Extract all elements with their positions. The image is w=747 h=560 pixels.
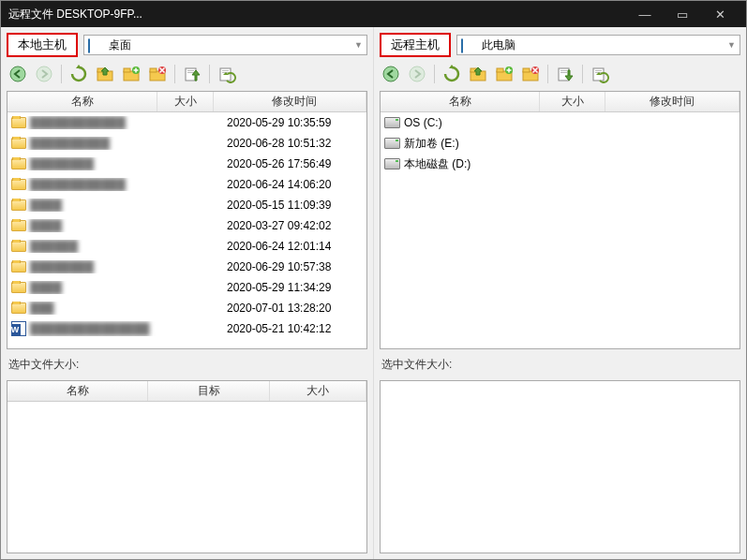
separator: [547, 65, 548, 83]
local-transfer-list[interactable]: 名称 目标 大小: [7, 380, 367, 553]
upload-button[interactable]: [181, 63, 203, 85]
file-name: ██████: [30, 240, 78, 253]
local-column-headers[interactable]: 名称 大小 修改时间: [7, 92, 366, 112]
drive-row[interactable]: OS (C:): [381, 112, 740, 133]
file-row[interactable]: ████████████2020-06-24 14:06:20: [7, 174, 366, 195]
up-folder-button[interactable]: [94, 63, 116, 85]
refresh-button[interactable]: [67, 63, 90, 85]
word-doc-icon: [11, 321, 26, 336]
svg-point-0: [10, 66, 25, 81]
file-row[interactable]: ████████████2020-05-29 10:35:59: [7, 112, 366, 133]
col-date[interactable]: 修改时间: [605, 92, 740, 111]
col-size[interactable]: 大小: [157, 92, 214, 111]
file-date: 2020-06-24 14:06:20: [217, 178, 366, 191]
window-title: 远程文件 DESKTOP-9FP...: [8, 7, 626, 22]
local-file-list[interactable]: 名称 大小 修改时间 ████████████2020-05-29 10:35:…: [7, 91, 367, 349]
download-button[interactable]: [554, 63, 576, 85]
file-row[interactable]: ████2020-05-29 11:34:29: [7, 277, 366, 298]
folder-icon: [11, 261, 26, 273]
folder-icon: [11, 117, 26, 128]
svg-rect-5: [124, 68, 130, 72]
maximize-button[interactable]: ▭: [664, 1, 701, 27]
col-date[interactable]: 修改时间: [214, 92, 366, 111]
drive-name: OS (C:): [404, 116, 442, 129]
file-row[interactable]: ██████2020-06-24 12:01:14: [7, 236, 366, 257]
local-transfer-headers[interactable]: 名称 目标 大小: [7, 381, 366, 402]
remote-rows[interactable]: OS (C:)新加卷 (E:)本地磁盘 (D:): [381, 112, 740, 348]
col-name[interactable]: 名称: [7, 92, 157, 111]
file-name: ███████████████: [30, 322, 150, 335]
remote-path-selector[interactable]: 此电脑 ▼: [456, 35, 740, 55]
drive-row[interactable]: 本地磁盘 (D:): [381, 154, 740, 174]
local-path-selector[interactable]: 桌面 ▼: [83, 35, 367, 55]
folder-icon: [11, 302, 26, 314]
svg-rect-21: [497, 68, 503, 72]
minimize-button[interactable]: —: [626, 1, 664, 27]
file-name: ████████: [30, 260, 94, 273]
folder-icon: [11, 138, 26, 149]
close-button[interactable]: ✕: [701, 1, 739, 27]
col-name[interactable]: 名称: [381, 92, 540, 111]
new-folder-button[interactable]: [120, 63, 142, 85]
drive-icon: [384, 117, 400, 128]
svg-rect-14: [222, 70, 229, 71]
svg-rect-27: [560, 70, 567, 71]
tcol-name[interactable]: 名称: [7, 381, 148, 401]
tcol-size[interactable]: 大小: [270, 381, 366, 401]
folder-icon: [11, 179, 26, 190]
remote-column-headers[interactable]: 名称 大小 修改时间: [381, 92, 740, 112]
local-rows[interactable]: ████████████2020-05-29 10:35:59█████████…: [7, 112, 366, 348]
file-row[interactable]: ████████2020-05-26 17:56:49: [7, 154, 366, 174]
forward-button[interactable]: [406, 63, 428, 85]
svg-rect-30: [595, 70, 602, 71]
local-transfer-rows: [7, 402, 366, 553]
tcol-target[interactable]: 目标: [148, 381, 270, 401]
delete-button[interactable]: [146, 63, 169, 85]
file-name: ████████: [30, 157, 94, 170]
up-folder-button[interactable]: [467, 63, 489, 85]
delete-button[interactable]: [519, 63, 542, 85]
back-button[interactable]: [380, 63, 402, 85]
remote-selected-size-label: 选中文件大小:: [380, 353, 740, 376]
remote-transfer-list[interactable]: [380, 380, 740, 553]
file-date: 2020-07-01 13:28:20: [217, 302, 366, 315]
new-folder-button[interactable]: [493, 63, 515, 85]
file-row[interactable]: ███████████████2020-05-21 10:42:12: [7, 318, 366, 339]
svg-rect-28: [560, 72, 567, 73]
file-date: 2020-06-24 12:01:14: [217, 240, 366, 253]
folder-icon: [11, 220, 26, 231]
folder-icon: [11, 282, 26, 293]
file-name: ███: [30, 302, 54, 315]
queue-button[interactable]: [589, 63, 611, 85]
separator: [209, 65, 210, 83]
forward-button[interactable]: [33, 63, 55, 85]
queue-button[interactable]: [216, 63, 238, 85]
file-date: 2020-05-29 11:34:29: [217, 281, 366, 294]
separator: [61, 65, 62, 83]
remote-file-list[interactable]: 名称 大小 修改时间 OS (C:)新加卷 (E:)本地磁盘 (D:): [380, 91, 740, 349]
local-host-label: 本地主机: [7, 33, 78, 57]
desktop-icon: [88, 39, 103, 52]
col-size[interactable]: 大小: [540, 92, 605, 111]
window: 远程文件 DESKTOP-9FP... — ▭ ✕ 本地主机 桌面 ▼: [0, 0, 747, 560]
local-selected-size-label: 选中文件大小:: [7, 353, 367, 376]
dropdown-icon: ▼: [727, 40, 736, 50]
remote-panel: 远程主机 此电脑 ▼: [373, 27, 746, 559]
file-row[interactable]: ███2020-07-01 13:28:20: [7, 298, 366, 318]
file-row[interactable]: ████████2020-06-29 10:57:38: [7, 257, 366, 277]
file-date: 2020-03-27 09:42:02: [217, 219, 366, 232]
titlebar[interactable]: 远程文件 DESKTOP-9FP... — ▭ ✕: [1, 1, 746, 27]
file-row[interactable]: ████2020-03-27 09:42:02: [7, 215, 366, 236]
file-row[interactable]: ████2020-05-15 11:09:39: [7, 195, 366, 215]
file-date: 2020-06-29 10:57:38: [217, 260, 366, 273]
file-name: ██████████: [30, 137, 110, 150]
remote-host-label: 远程主机: [380, 33, 451, 57]
refresh-button[interactable]: [441, 63, 463, 85]
file-name: ████████████: [30, 116, 126, 129]
file-row[interactable]: ██████████2020-06-28 10:51:32: [7, 133, 366, 154]
drive-row[interactable]: 新加卷 (E:): [381, 133, 740, 154]
back-button[interactable]: [7, 63, 29, 85]
separator: [582, 65, 583, 83]
svg-point-1: [37, 66, 52, 81]
separator: [174, 65, 175, 83]
